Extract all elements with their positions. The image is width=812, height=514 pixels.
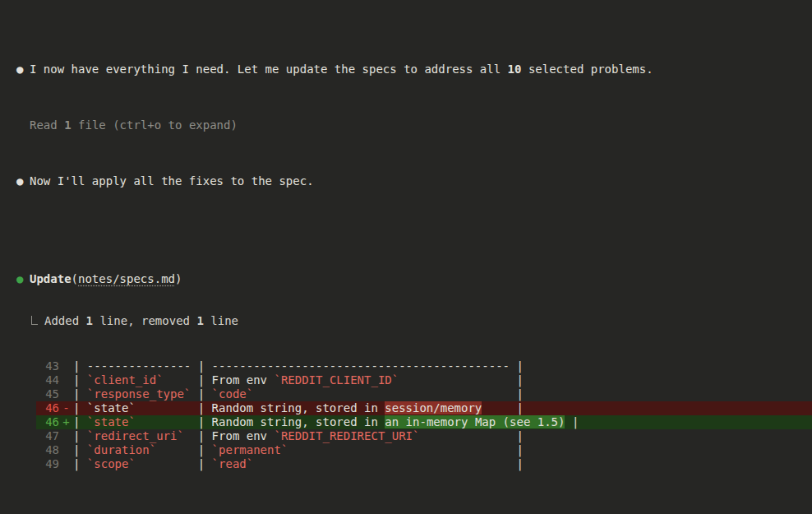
diff-text-segment: `duration` (87, 443, 156, 456)
diff-text-segment: `redirect_uri` (87, 429, 184, 442)
read-summary-post: file (ctrl+o to expand) (72, 118, 238, 132)
diff-text-segment: | (136, 415, 212, 428)
paren-open: ( (72, 272, 78, 285)
diff-line-number: 44 (36, 373, 59, 387)
summary-mid: line, removed (93, 314, 196, 327)
message-bullet-icon: ● (16, 63, 30, 76)
diff-text-segment: `REDDIT_CLIENT_ID` (274, 373, 399, 387)
terminal: { "colors": { "bg": "#262624", "text": "… (0, 0, 812, 514)
tool-file-path: notes/specs.md (78, 272, 175, 285)
summary-pre: Added (44, 314, 86, 327)
diff-line-text: | `response_type` | `code` | (73, 387, 524, 401)
diff-text-segment: | (136, 457, 212, 470)
diff-text-segment: | (73, 415, 87, 428)
diff-1: 43| --------------- | ------------------… (0, 359, 812, 471)
diff-row: 45| `response_type` | `code` | (36, 387, 812, 401)
diff-text-segment: Random string, stored in (212, 415, 385, 428)
diff-line-number: 43 (36, 359, 59, 373)
summary-post: line (204, 314, 238, 327)
diff-text-segment: | (73, 387, 87, 401)
result-elbow-icon (31, 316, 38, 325)
diff-line-number: 46 (36, 415, 59, 429)
diff-text-segment: an in-memory Map (see 1.5) (385, 415, 565, 428)
diff-sign: + (59, 415, 73, 429)
diff-row: 43| --------------- | ------------------… (36, 359, 812, 373)
diff-text-segment: | (288, 443, 524, 456)
message-text: Now I'll apply all the fixes to the spec… (30, 174, 314, 188)
diff-text-segment: | (419, 429, 523, 442)
diff-text-segment: | `state` | Random string, stored in (73, 401, 385, 414)
diff-text-segment: `REDDIT_REDIRECT_URI` (274, 429, 419, 442)
diff-text-segment: | (482, 401, 524, 414)
spacer (0, 202, 812, 216)
diff-row: 49| `scope` | `read` | (36, 457, 812, 471)
summary-removed-count: 1 (196, 314, 203, 327)
diff-line-text: | `state` | Random string, stored in an … (73, 415, 579, 428)
assistant-message-1: ●I now have everything I need. Let me up… (0, 63, 812, 76)
diff-text-segment: | (73, 457, 87, 470)
tool-bullet-icon: ● (16, 272, 30, 286)
diff-text-segment: | (253, 457, 524, 470)
diff-line-number: 45 (36, 387, 59, 401)
diff-text-segment: `scope` (87, 457, 136, 470)
diff-line-text: | `redirect_uri` | From env `REDDIT_REDI… (73, 429, 524, 442)
diff-row: 46+| `state` | Random string, stored in … (36, 415, 812, 429)
diff-text-segment: `read` (212, 457, 254, 470)
diff-row: 46-| `state` | Random string, stored in … (36, 401, 812, 415)
diff-text-segment: From env (212, 373, 275, 387)
paren-close: ) (175, 272, 182, 285)
diff-line-number: 47 (36, 429, 59, 443)
message-text-bold: 10 (508, 63, 522, 76)
message-text-pre: I now have everything I need. Let me upd… (30, 63, 508, 76)
diff-text-segment: | (156, 443, 211, 456)
assistant-message-2: ●Now I'll apply all the fixes to the spe… (0, 174, 812, 188)
diff-line-number: 46 (36, 401, 59, 415)
diff-line-text: | `scope` | `read` | (73, 457, 524, 470)
diff-row: 48| `duration` | `permanent` | (36, 443, 812, 457)
diff-text-segment: | (73, 443, 87, 456)
spacer (0, 146, 812, 160)
diff-text-segment: | (399, 373, 524, 387)
spacer (0, 90, 812, 104)
diff-text-segment: | (73, 429, 87, 442)
diff-sign: - (59, 401, 73, 415)
diff-text-segment: | (164, 373, 212, 387)
diff-text-segment: | (184, 429, 212, 442)
message-bullet-icon: ● (16, 174, 30, 188)
diff-text-segment: `response_type` (87, 387, 191, 401)
message-text: I now have everything I need. Let me upd… (30, 63, 653, 76)
tool-name: Update (30, 272, 72, 285)
diff-text-segment: `state` (87, 415, 136, 428)
diff-row: 47| `redirect_uri` | From env `REDDIT_RE… (36, 429, 812, 443)
tool-header: ●Update(notes/specs.md) (0, 272, 812, 286)
diff-line-text: | `client_id` | From env `REDDIT_CLIENT_… (73, 373, 524, 387)
diff-text-segment: | (73, 373, 87, 387)
diff-row: 44| `client_id` | From env `REDDIT_CLIEN… (36, 373, 812, 387)
diff-text-segment: From env (212, 429, 275, 442)
diff-text-segment: `permanent` (212, 443, 288, 456)
read-summary-pre: Read (30, 118, 64, 132)
diff-line-number: 48 (36, 443, 59, 457)
diff-text-segment: `client_id` (87, 373, 164, 387)
message-text-post: selected problems. (521, 63, 653, 76)
tool-call-1: ●Update(notes/specs.md) Added 1 line, re… (0, 244, 812, 485)
diff-text-segment: session/memory (385, 401, 482, 414)
diff-text-segment: | (253, 387, 524, 401)
diff-text-segment: | (565, 415, 579, 428)
read-summary-count: 1 (64, 118, 71, 132)
diff-text-segment: | (191, 387, 211, 401)
summary-added-count: 1 (86, 314, 93, 327)
diff-line-text: | --------------- | --------------------… (73, 359, 524, 373)
diff-text-segment: | --------------- | --------------------… (73, 359, 524, 373)
diff-line-number: 49 (36, 457, 59, 471)
diff-text-segment: `code` (212, 387, 254, 401)
read-summary: Read 1 file (ctrl+o to expand) (0, 118, 812, 132)
diff-line-text: | `state` | Random string, stored in ses… (73, 401, 524, 414)
diff-line-text: | `duration` | `permanent` | (73, 443, 524, 456)
diff-summary: Added 1 line, removed 1 line (0, 314, 812, 328)
